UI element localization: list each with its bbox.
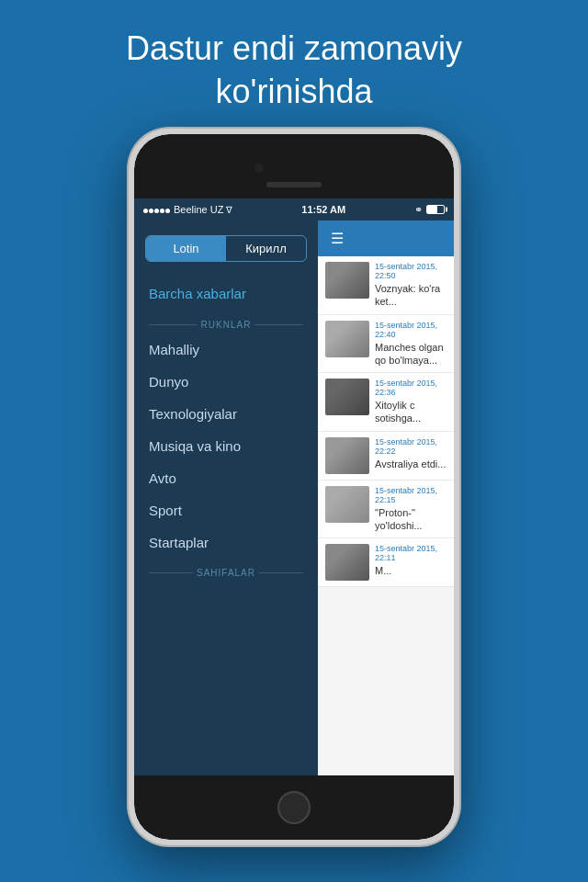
news-item[interactable]: 15-sentabr 2015, 22:15 "Proton-" yo'ldos… [318, 481, 454, 539]
status-bar: Beeline UZ ∇ 11:52 AM ⚭ [134, 198, 454, 220]
menu-item-avto[interactable]: Avto [134, 462, 318, 494]
status-left: Beeline UZ ∇ [143, 204, 232, 215]
news-content: 15-sentabr 2015, 22:36 Xitoylik c sotish… [375, 379, 447, 425]
news-header: ☰ [318, 220, 454, 256]
menu-item-musiqa[interactable]: Musiqa va kino [134, 430, 318, 462]
news-title: Voznyak: ko'ra ket... [375, 282, 447, 309]
news-content: 15-sentabr 2015, 22:22 Avstraliya etdi..… [375, 437, 447, 474]
news-item[interactable]: 15-sentabr 2015, 22:22 Avstraliya etdi..… [318, 432, 454, 481]
lang-lotin-button[interactable]: Lotin [146, 236, 226, 261]
news-thumbnail [325, 321, 369, 357]
signal-dots [143, 204, 171, 215]
section-sahifalar-label: SAHIFALAR [134, 559, 318, 582]
news-item[interactable]: 15-sentabr 2015, 22:36 Xitoylik c sotish… [318, 373, 454, 432]
menu-all-news[interactable]: Barcha xabarlar [134, 280, 318, 307]
phone-screen: Beeline UZ ∇ 11:52 AM ⚭ Lotin Кирилл Bar… [134, 198, 454, 775]
news-title: M... [375, 564, 447, 577]
news-thumbnail [325, 437, 369, 474]
news-title: Xitoylik c sotishga... [375, 399, 447, 425]
status-right: ⚭ [414, 204, 445, 216]
news-title: "Proton-" yo'ldoshi... [375, 506, 447, 533]
hamburger-icon[interactable]: ☰ [331, 230, 344, 247]
headline-line2: ko'rinishda [216, 73, 373, 110]
news-panel: ☰ 15-sentabr 2015, 22:50 Voznyak: ko'ra … [318, 198, 454, 775]
news-date: 15-sentabr 2015, 22:15 [375, 486, 447, 504]
news-thumbnail [325, 544, 369, 581]
news-content: 15-sentabr 2015, 22:50 Voznyak: ko'ra ke… [375, 262, 447, 309]
news-item[interactable]: 15-sentabr 2015, 22:50 Voznyak: ko'ra ke… [318, 256, 454, 315]
lang-toggle[interactable]: Lotin Кирилл [145, 235, 307, 262]
phone-speaker [266, 182, 322, 187]
section-ruknlar-label: RUKNLAR [134, 311, 318, 334]
bluetooth-icon: ⚭ [414, 204, 423, 216]
lang-kirill-button[interactable]: Кирилл [226, 236, 306, 261]
menu-item-sport[interactable]: Sport [134, 494, 318, 526]
phone-bottom-bezel [134, 775, 454, 840]
menu-item-dunyo[interactable]: Dunyo [134, 366, 318, 398]
app-headline: Dastur endi zamonaviy ko'rinishda [0, 28, 588, 114]
news-date: 15-sentabr 2015, 22:11 [375, 544, 447, 562]
news-date: 15-sentabr 2015, 22:22 [375, 437, 447, 456]
home-button[interactable] [277, 791, 311, 824]
carrier-name: Beeline UZ [174, 204, 223, 215]
news-title: Avstraliya etdi... [375, 458, 447, 470]
wifi-icon: ∇ [226, 205, 232, 215]
news-thumbnail [325, 486, 369, 523]
news-date: 15-sentabr 2015, 22:50 [375, 262, 447, 280]
phone-top-bezel [134, 134, 454, 198]
news-date: 15-sentabr 2015, 22:40 [375, 321, 447, 339]
left-menu-panel: Beeline UZ ∇ 11:52 AM ⚭ Lotin Кирилл Bar… [134, 198, 318, 775]
news-content: 15-sentabr 2015, 22:15 "Proton-" yo'ldos… [375, 486, 447, 533]
news-item[interactable]: 15-sentabr 2015, 22:40 Manches olgan qo … [318, 315, 454, 374]
menu-item-startaplar[interactable]: Startaplar [134, 526, 318, 559]
news-item[interactable]: 15-sentabr 2015, 22:11 M... [318, 538, 454, 587]
news-content: 15-sentabr 2015, 22:11 M... [375, 544, 447, 581]
news-thumbnail [325, 379, 369, 415]
menu-item-texnologiyalar[interactable]: Texnologiyalar [134, 398, 318, 430]
news-date: 15-sentabr 2015, 22:36 [375, 379, 447, 397]
phone-frame: Beeline UZ ∇ 11:52 AM ⚭ Lotin Кирилл Bar… [129, 129, 459, 845]
news-thumbnail [325, 262, 369, 299]
news-title: Manches olgan qo bo'lmaya... [375, 341, 447, 368]
battery-icon [426, 205, 445, 214]
status-time: 11:52 AM [301, 204, 345, 215]
front-camera [254, 164, 264, 173]
menu-item-mahalliy[interactable]: Mahalliy [134, 334, 318, 366]
news-content: 15-sentabr 2015, 22:40 Manches olgan qo … [375, 321, 447, 368]
headline-line1: Dastur endi zamonaviy [126, 29, 462, 67]
